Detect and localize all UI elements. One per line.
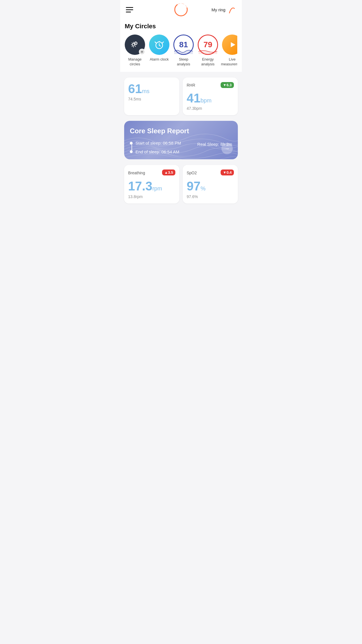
rhr-badge: ▼6.3 [221,82,234,88]
end-time-row: End of sleep: 06:54 AM [135,149,181,154]
breathing-label: Breathing [128,171,145,175]
spo2-badge: ▼0.4 [221,169,234,175]
breathing-sub: 13.8rpm [128,194,175,199]
header-right: My ring [212,5,236,14]
live-icon-bg [222,35,237,55]
my-ring-label: My ring [212,7,225,12]
sleep-info: Start of sleep: 06:58 PM End of sleep: 0… [130,141,232,154]
my-circles-section: My Circles + Manage circles [120,18,242,72]
sleep-report-arrow[interactable]: → [221,143,233,154]
hrv-card[interactable]: 61ms 74.5ms [124,78,179,115]
live-label: Live measurement [221,57,237,67]
gear-icon [130,39,140,50]
spo2-card[interactable]: SpO2 ▼0.4 97% 97.6% [183,165,238,203]
sleep-label: Sleep analysis [173,57,194,67]
perf-arc [227,5,236,14]
energy-label: Energy analysis [198,57,218,67]
manage-icon-bg: + [125,35,145,55]
rhr-sub: 47.3bpm [187,106,234,111]
energy-icon-bg: 79 [198,35,218,55]
hrv-value: 61ms [128,82,175,96]
circle-live[interactable]: Live measurement [222,35,237,67]
plus-badge: + [139,49,145,55]
sleep-icon-bg: 81 [173,35,194,55]
spo2-sub: 97.6% [187,194,234,199]
circle-energy[interactable]: 79 Energy analysis [198,35,218,67]
sleep-wave [174,48,193,54]
section-title: My Circles [125,23,237,30]
alarm-label: Alarm clock [150,57,169,62]
play-icon [227,40,237,50]
circle-manage[interactable]: + Manage circles [125,35,145,67]
spo2-label: SpO2 [187,171,197,175]
svg-marker-5 [231,42,235,47]
energy-fill [199,48,217,54]
alarm-icon-bg [149,35,169,55]
rhr-card[interactable]: RHR ▼6.3 41bpm 47.3bpm [183,78,238,115]
circle-sleep[interactable]: 81 Sleep analysis [173,35,194,67]
sleep-report-card[interactable]: Core Sleep Report Start of sleep: 06:58 … [124,121,238,159]
hrv-sub: 74.5ms [128,97,175,101]
rhr-label: RHR [187,83,195,87]
start-dot [130,142,133,145]
rhr-value: 41bpm [187,91,234,105]
spo2-value: 97% [187,179,234,193]
circles-row: + Manage circles Alarm clock 81 [125,35,237,68]
ring-logo [174,2,188,17]
alarm-clock-icon [154,39,165,50]
start-time-row: Start of sleep: 06:58 PM [135,141,181,145]
end-dot [130,150,133,153]
breathing-badge: ▲3.5 [162,169,175,175]
breathing-card[interactable]: Breathing ▲3.5 17.3rpm 13.8rpm [124,165,179,203]
timeline-line [132,145,132,150]
manage-label: Manage circles [125,57,145,67]
metrics-row: 61ms 74.5ms RHR ▼6.3 41bpm 47.3bpm [120,75,242,118]
breathing-value: 17.3rpm [128,179,175,193]
menu-button[interactable] [126,7,133,12]
app-header: My ring [120,0,242,18]
bottom-metrics-row: Breathing ▲3.5 17.3rpm 13.8rpm SpO2 ▼0.4… [120,162,242,209]
circle-alarm[interactable]: Alarm clock [149,35,169,67]
